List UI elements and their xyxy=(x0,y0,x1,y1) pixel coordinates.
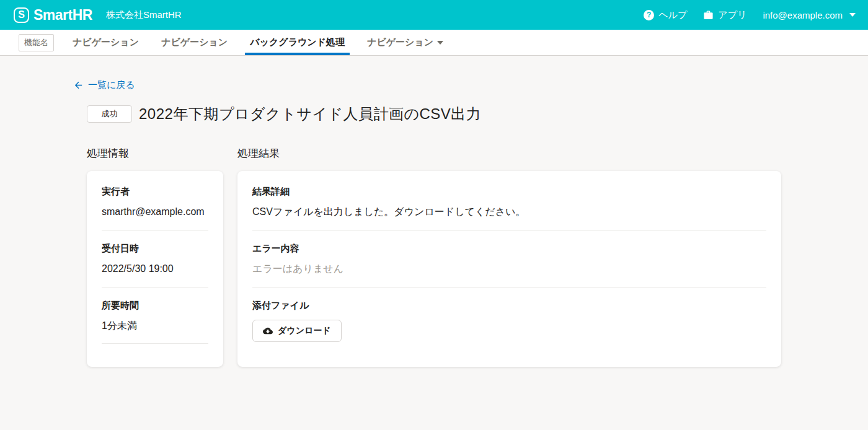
main-content: 一覧に戻る 成功 2022年下期プロダクトサイド人員計画のCSV出力 処理情報 … xyxy=(87,56,781,367)
help-label: ヘルプ xyxy=(658,9,687,21)
process-result-card: 結果詳細 CSVファイルを出力しました。ダウンロードしてください。 エラー内容 … xyxy=(237,171,781,367)
info-item-received-at: 受付日時 2022/5/30 19:00 xyxy=(102,230,208,287)
process-info-section: 処理情報 実行者 smarthr@example.com 受付日時 2022/5… xyxy=(87,146,223,367)
result-term: 添付ファイル xyxy=(252,300,766,312)
info-value: 1分未満 xyxy=(102,318,208,334)
download-button[interactable]: ダウンロード xyxy=(252,320,342,342)
download-label: ダウンロード xyxy=(278,325,331,336)
back-to-list-link[interactable]: 一覧に戻る xyxy=(73,79,135,91)
chevron-down-icon xyxy=(437,41,443,45)
tab-navigation-2[interactable]: ナビゲーション xyxy=(150,30,239,55)
account-email: info@example.com xyxy=(763,10,843,20)
result-value: CSVファイルを出力しました。ダウンロードしてください。 xyxy=(252,204,766,220)
process-info-card: 実行者 smarthr@example.com 受付日時 2022/5/30 1… xyxy=(87,171,223,367)
account-menu[interactable]: info@example.com xyxy=(763,10,856,20)
result-item-errors: エラー内容 エラーはありません xyxy=(252,230,766,287)
help-icon: ? xyxy=(644,10,654,20)
info-item-duration: 所要時間 1分未満 xyxy=(102,287,208,344)
smarthr-logo-text: SmartHR xyxy=(33,7,92,24)
tab-navigation-dropdown[interactable]: ナビゲーション xyxy=(356,30,454,55)
feature-name-badge: 機能名 xyxy=(19,34,54,51)
info-term: 受付日時 xyxy=(102,243,208,255)
page-title: 2022年下期プロダクトサイド人員計画のCSV出力 xyxy=(139,104,481,124)
info-term: 実行者 xyxy=(102,186,208,198)
help-button[interactable]: ? ヘルプ xyxy=(644,9,687,21)
smarthr-logo-icon: S xyxy=(14,7,29,23)
result-term: エラー内容 xyxy=(252,243,766,255)
tab-background-processing[interactable]: バックグラウンド処理 xyxy=(239,30,356,55)
apps-button[interactable]: アプリ xyxy=(703,9,746,21)
cloud-download-icon xyxy=(263,326,273,336)
result-item-detail: 結果詳細 CSVファイルを出力しました。ダウンロードしてください。 xyxy=(252,186,766,230)
tab-navigation-1[interactable]: ナビゲーション xyxy=(61,30,150,55)
info-value: 2022/5/30 19:00 xyxy=(102,261,208,277)
process-result-section: 処理結果 結果詳細 CSVファイルを出力しました。ダウンロードしてください。 エ… xyxy=(237,146,781,367)
smarthr-logo[interactable]: S SmartHR xyxy=(14,7,92,24)
process-info-heading: 処理情報 xyxy=(87,146,223,160)
briefcase-icon xyxy=(703,10,714,20)
result-value-muted: エラーはありません xyxy=(252,261,766,277)
tab-navigation: 機能名 ナビゲーション ナビゲーション バックグラウンド処理 ナビゲーション xyxy=(0,30,868,56)
apps-label: アプリ xyxy=(718,9,746,21)
status-badge: 成功 xyxy=(87,105,132,123)
arrow-left-icon xyxy=(73,80,84,90)
chevron-down-icon xyxy=(849,13,856,17)
result-item-attachment: 添付ファイル ダウンロード xyxy=(252,287,766,352)
app-header: S SmartHR 株式会社SmartHR ? ヘルプ アプリ info@exa… xyxy=(0,0,868,30)
info-item-executor: 実行者 smarthr@example.com xyxy=(102,186,208,230)
info-term: 所要時間 xyxy=(102,300,208,312)
tenant-name: 株式会社SmartHR xyxy=(106,9,182,21)
result-term: 結果詳細 xyxy=(252,186,766,198)
process-result-heading: 処理結果 xyxy=(237,146,781,160)
info-value: smarthr@example.com xyxy=(102,204,208,220)
